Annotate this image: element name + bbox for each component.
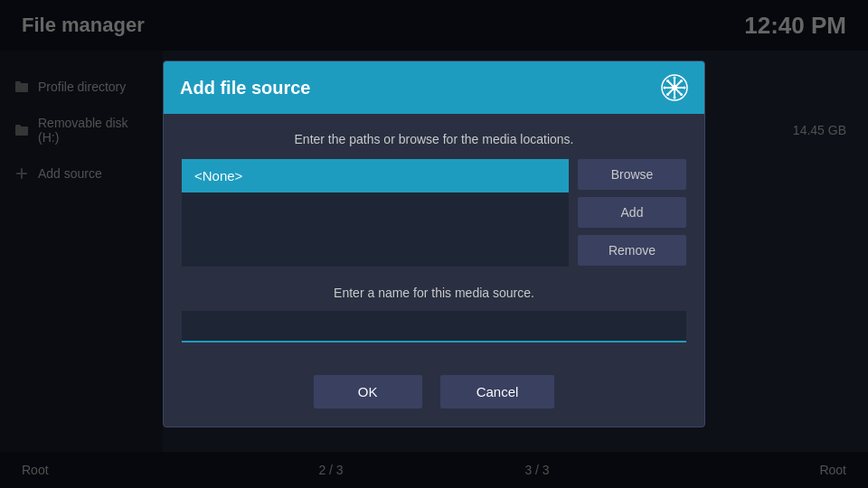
- modal-title: Add file source: [180, 78, 310, 99]
- modal-overlay: Add file source: [0, 0, 868, 488]
- path-entry-none[interactable]: <None>: [182, 159, 569, 192]
- cancel-button[interactable]: Cancel: [440, 375, 555, 408]
- browse-button[interactable]: Browse: [578, 159, 686, 190]
- svg-point-5: [674, 77, 676, 80]
- media-source-name-input[interactable]: [182, 311, 686, 343]
- ok-button[interactable]: OK: [314, 375, 422, 408]
- paths-instruction: Enter the paths or browse for the media …: [182, 132, 686, 146]
- remove-button[interactable]: Remove: [578, 235, 686, 266]
- modal-body: Enter the paths or browse for the media …: [164, 114, 704, 361]
- svg-point-8: [684, 87, 686, 89]
- svg-point-7: [664, 87, 666, 89]
- modal-footer: OK Cancel: [164, 361, 704, 427]
- modal-header: Add file source: [164, 61, 704, 114]
- add-file-source-dialog: Add file source: [163, 61, 705, 427]
- path-action-buttons: Browse Add Remove: [578, 159, 686, 266]
- name-instruction: Enter a name for this media source.: [182, 286, 686, 300]
- name-section: Enter a name for this media source.: [182, 286, 686, 343]
- svg-point-10: [680, 93, 683, 96]
- path-list: <None>: [182, 159, 569, 267]
- modal-close-button[interactable]: [661, 74, 688, 101]
- svg-point-9: [666, 80, 669, 82]
- add-button[interactable]: Add: [578, 197, 686, 228]
- path-list-empty-area: [182, 192, 569, 267]
- svg-point-6: [674, 97, 676, 99]
- path-section: <None> Browse Add Remove: [182, 159, 686, 267]
- svg-point-12: [666, 93, 669, 96]
- svg-point-11: [680, 80, 683, 82]
